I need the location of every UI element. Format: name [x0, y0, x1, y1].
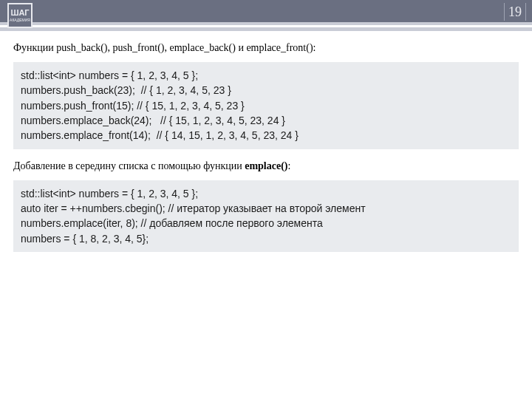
paragraph-2-post: : [288, 160, 291, 171]
paragraph-2: Добавление в середину списка с помощью ф… [13, 160, 519, 173]
paragraph-2-pre: Добавление в середину списка с помощью ф… [13, 160, 245, 171]
slide-content: Функции push_back(), push_front(), empla… [0, 31, 532, 252]
code-block-2: std::list<int> numbers = { 1, 2, 3, 4, 5… [13, 180, 519, 252]
paragraph-2-bold: emplace() [245, 160, 287, 171]
code-block-1: std::list<int> numbers = { 1, 2, 3, 4, 5… [13, 62, 519, 149]
paragraph-1: Функции push_back(), push_front(), empla… [13, 41, 519, 55]
logo-text: ШАГ [10, 9, 29, 17]
header-bar: ШАГ АКАДЕМИЯ 19 [0, 0, 532, 31]
logo-subtext: АКАДЕМИЯ [10, 18, 30, 22]
logo: ШАГ АКАДЕМИЯ [7, 3, 33, 28]
page-number: 19 [508, 4, 522, 20]
header-decoration [0, 27, 532, 31]
